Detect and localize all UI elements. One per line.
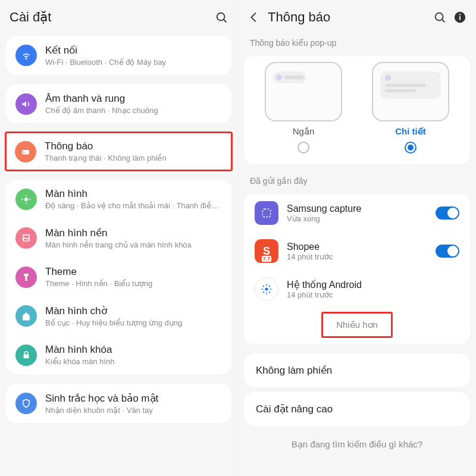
svg-line-1 [224, 20, 226, 22]
more-button[interactable]: Nhiều hơn [321, 312, 393, 338]
item-sub: Độ sáng · Bảo vệ cho mắt thoải mái · Tha… [45, 201, 222, 210]
shopee-icon: S7.7 [255, 239, 278, 263]
svg-rect-17 [262, 209, 270, 217]
settings-group-4: Sinh trắc học và bảo mật Nhận diện khuôn… [6, 384, 231, 423]
svg-rect-15 [459, 16, 461, 20]
settings-item-theme[interactable]: Theme Theme · Hình nền · Biểu tượng [6, 258, 231, 296]
settings-item-biometrics[interactable]: Sinh trắc học và bảo mật Nhận diện khuôn… [6, 384, 231, 423]
popup-preview-short [265, 62, 342, 121]
recent-sub: 14 phút trước [287, 290, 459, 299]
home-icon [15, 305, 37, 327]
toggle-shopee[interactable] [436, 245, 459, 258]
recent-title: Hệ thống Android [287, 279, 459, 290]
display-icon [15, 189, 37, 210]
recent-apps-card: Samsung capture Vừa xong S7.7 Shopee 14 … [244, 194, 470, 344]
popup-option-short[interactable]: Ngắn [256, 62, 351, 154]
svg-point-12 [436, 13, 443, 21]
recent-app-shopee[interactable]: S7.7 Shopee 14 phút trước [244, 232, 470, 270]
settings-group-3: Màn hình Độ sáng · Bảo vệ cho mắt thoải … [6, 180, 231, 374]
recent-title: Shopee [287, 242, 427, 252]
svg-rect-3 [22, 150, 29, 155]
wallpaper-icon [15, 227, 37, 249]
item-title: Kết nối [45, 44, 222, 57]
item-sub: Nhận diện khuôn mặt · Vân tay [45, 406, 222, 415]
samsung-capture-icon [255, 201, 278, 225]
notifications-pane: Thông báo Thông báo kiểu pop-up Ngắn Chi… [238, 0, 476, 476]
search-icon[interactable] [433, 11, 446, 24]
notifications-header: Thông báo [238, 0, 476, 31]
bottom-hint: Bạn đang tìm kiếm điều gì khác? [238, 431, 476, 458]
settings-item-display[interactable]: Màn hình Độ sáng · Bảo vệ cho mắt thoải … [6, 180, 231, 218]
svg-rect-11 [24, 354, 29, 358]
settings-item-wallpaper[interactable]: Màn hình nền Màn hình nền trang chủ và m… [6, 218, 231, 258]
svg-point-2 [26, 58, 27, 60]
svg-point-16 [459, 14, 461, 15]
item-sub: Kiểu khóa màn hình [45, 357, 222, 366]
item-title: Màn hình [45, 188, 222, 200]
item-title: Màn hình khóa [45, 344, 222, 356]
settings-group-1: Kết nối Wi-Fi · Bluetooth · Chế độ Máy b… [6, 36, 231, 75]
recent-section-label: Đã gửi gần đây [238, 169, 476, 189]
settings-item-homescreen[interactable]: Màn hình chờ Bố cục · Huy hiệu biểu tượn… [6, 296, 231, 336]
popup-option-detail[interactable]: Chi tiết [363, 62, 458, 154]
notification-icon [15, 141, 36, 162]
lock-icon [15, 345, 37, 366]
popup-style-card: Ngắn Chi tiết [244, 56, 470, 164]
recent-sub: Vừa xong [287, 214, 427, 223]
recent-app-android-system[interactable]: Hệ thống Android 14 phút trước [244, 270, 470, 308]
item-title: Màn hình nền [45, 227, 222, 239]
settings-item-sound[interactable]: Âm thanh và rung Chế độ âm thanh · Nhạc … [6, 84, 231, 123]
popup-label-detail: Chi tiết [395, 126, 426, 137]
item-title: Theme [45, 266, 222, 278]
popup-preview-detail [372, 62, 449, 121]
radio-short[interactable] [298, 142, 309, 154]
shield-icon [15, 393, 37, 414]
recent-sub: 14 phút trước [287, 252, 427, 261]
android-system-icon [255, 277, 278, 301]
item-title: Màn hình chờ [45, 305, 222, 317]
item-title: Sinh trắc học và bảo mật [45, 392, 222, 405]
settings-item-connections[interactable]: Kết nối Wi-Fi · Bluetooth · Chế độ Máy b… [6, 36, 231, 75]
do-not-disturb-row[interactable]: Không làm phiền [244, 353, 470, 387]
popup-label-short: Ngắn [293, 126, 315, 137]
settings-pane: Cài đặt Kết nối Wi-Fi · Bluetooth · Chế … [0, 0, 238, 476]
recent-title: Samsung capture [287, 203, 427, 214]
info-icon[interactable] [453, 11, 466, 24]
settings-item-notifications-highlight: Thông báo Thanh trạng thái · Không làm p… [5, 131, 233, 171]
item-sub: Chế độ âm thanh · Nhạc chuông [45, 106, 222, 115]
radio-detail[interactable] [405, 142, 416, 154]
settings-item-notifications[interactable]: Thông báo Thanh trạng thái · Không làm p… [7, 133, 231, 170]
search-icon[interactable] [215, 11, 228, 24]
settings-item-lockscreen[interactable]: Màn hình khóa Kiểu khóa màn hình [6, 336, 231, 374]
svg-point-18 [265, 288, 268, 291]
item-title: Thông báo [45, 140, 223, 152]
theme-icon [15, 267, 37, 288]
item-sub: Theme · Hình nền · Biểu tượng [45, 279, 222, 288]
svg-point-0 [217, 13, 225, 21]
item-title: Âm thanh và rung [45, 93, 222, 105]
settings-title: Cài đặt [10, 10, 208, 25]
notifications-title: Thông báo [268, 10, 426, 25]
svg-point-4 [23, 151, 24, 152]
wifi-icon [15, 45, 37, 66]
popup-section-label: Thông báo kiểu pop-up [238, 31, 476, 51]
settings-group-2: Âm thanh và rung Chế độ âm thanh · Nhạc … [6, 84, 231, 123]
advanced-settings-row[interactable]: Cài đặt nâng cao [244, 392, 470, 426]
toggle-samsung-capture[interactable] [436, 206, 459, 220]
item-sub: Thanh trạng thái · Không làm phiền [45, 154, 223, 162]
item-sub: Màn hình nền trang chủ và màn hình khóa [45, 240, 222, 249]
svg-point-5 [24, 198, 28, 201]
settings-header: Cài đặt [0, 0, 237, 31]
sound-icon [15, 93, 37, 115]
back-icon[interactable] [248, 11, 261, 24]
item-sub: Wi-Fi · Bluetooth · Chế độ Máy bay [45, 58, 222, 67]
item-sub: Bố cục · Huy hiệu biểu tượng ứng dụng [45, 318, 222, 327]
recent-app-samsung-capture[interactable]: Samsung capture Vừa xong [244, 194, 470, 232]
svg-line-13 [442, 20, 444, 22]
